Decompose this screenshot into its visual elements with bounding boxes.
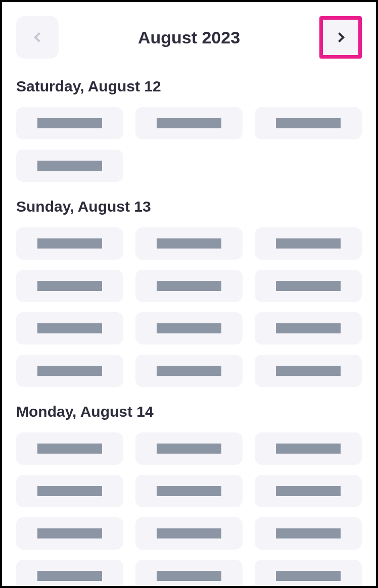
month-title: August 2023	[138, 28, 240, 47]
time-slot-placeholder	[276, 238, 341, 249]
time-slot-placeholder	[37, 238, 102, 249]
time-slot-button[interactable]	[255, 560, 362, 588]
day-section: Saturday, August 12	[16, 78, 362, 182]
time-slot-placeholder	[157, 323, 221, 333]
time-slot-placeholder	[276, 528, 341, 538]
time-slot-button[interactable]	[135, 517, 243, 550]
time-slot-placeholder	[276, 281, 341, 291]
time-slot-button[interactable]	[255, 432, 362, 465]
time-slot-button[interactable]	[16, 560, 123, 588]
time-slot-button[interactable]	[16, 517, 123, 550]
time-slot-placeholder	[37, 571, 102, 581]
time-slot-button[interactable]	[135, 560, 243, 588]
time-slot-button[interactable]	[16, 355, 123, 387]
time-slot-placeholder	[276, 366, 341, 376]
time-slot-button[interactable]	[16, 270, 123, 302]
day-heading: Saturday, August 12	[16, 78, 362, 95]
chevron-right-icon	[335, 32, 345, 42]
next-month-button[interactable]	[319, 16, 362, 59]
time-slot-placeholder	[37, 323, 102, 333]
day-section: Monday, August 14	[16, 403, 362, 588]
time-slot-button[interactable]	[135, 107, 243, 139]
time-slot-placeholder	[37, 118, 102, 128]
time-slots-grid	[16, 432, 362, 588]
time-slot-button[interactable]	[255, 270, 362, 302]
time-slot-button[interactable]	[135, 475, 243, 507]
time-slot-placeholder	[157, 444, 221, 454]
time-slot-placeholder	[37, 444, 102, 454]
time-slot-button[interactable]	[16, 107, 123, 139]
time-slot-button[interactable]	[16, 227, 123, 260]
time-slot-placeholder	[276, 444, 341, 454]
time-slot-placeholder	[37, 366, 102, 376]
time-slot-button[interactable]	[16, 150, 123, 182]
time-slot-placeholder	[276, 486, 341, 496]
time-slot-button[interactable]	[255, 107, 362, 139]
month-header: August 2023	[16, 16, 362, 59]
time-slot-placeholder	[157, 366, 221, 376]
time-slot-button[interactable]	[255, 517, 362, 550]
time-slot-placeholder	[37, 528, 102, 538]
time-slots-grid	[16, 107, 362, 182]
time-slot-placeholder	[276, 571, 341, 581]
time-slots-grid	[16, 227, 362, 387]
time-slot-button[interactable]	[255, 312, 362, 345]
time-slot-button[interactable]	[16, 312, 123, 345]
time-slot-button[interactable]	[255, 475, 362, 507]
day-heading: Monday, August 14	[16, 403, 362, 420]
day-heading: Sunday, August 13	[16, 198, 362, 215]
time-slot-button[interactable]	[135, 432, 243, 465]
time-slot-button[interactable]	[135, 312, 243, 345]
time-slot-button[interactable]	[255, 227, 362, 260]
time-slot-placeholder	[37, 281, 102, 291]
time-slot-placeholder	[157, 571, 221, 581]
day-section: Sunday, August 13	[16, 198, 362, 387]
time-slot-placeholder	[157, 118, 221, 128]
time-slot-placeholder	[37, 161, 102, 171]
time-slot-placeholder	[276, 323, 341, 333]
time-slot-placeholder	[157, 486, 221, 496]
time-slot-button[interactable]	[16, 432, 123, 465]
time-slot-button[interactable]	[16, 475, 123, 507]
time-slot-placeholder	[157, 238, 221, 249]
time-slot-placeholder	[157, 281, 221, 291]
time-slot-placeholder	[37, 486, 102, 496]
time-slot-button[interactable]	[135, 270, 243, 302]
time-slot-placeholder	[157, 528, 221, 538]
time-slot-button[interactable]	[135, 355, 243, 387]
time-slot-button[interactable]	[255, 355, 362, 387]
time-slot-button[interactable]	[135, 227, 243, 260]
time-slot-placeholder	[276, 118, 341, 128]
chevron-left-icon	[34, 32, 44, 42]
prev-month-button[interactable]	[16, 16, 59, 59]
